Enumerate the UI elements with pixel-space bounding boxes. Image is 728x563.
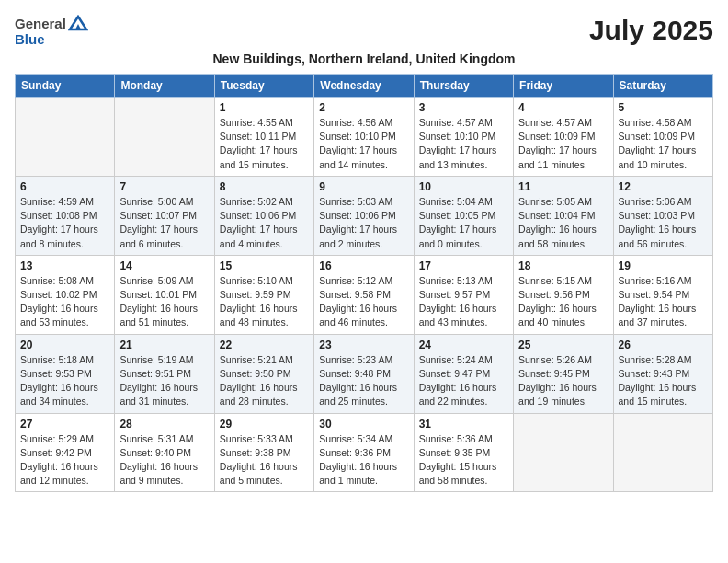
calendar-cell: 15Sunrise: 5:10 AM Sunset: 9:59 PM Dayli… [214,255,313,334]
col-header-saturday: Saturday [613,75,712,98]
calendar-cell: 3Sunrise: 4:57 AM Sunset: 10:10 PM Dayli… [414,98,513,177]
day-number: 12 [619,180,708,193]
day-detail: Sunrise: 5:02 AM Sunset: 10:06 PM Daylig… [220,195,309,251]
day-number: 9 [319,180,408,193]
calendar-cell: 30Sunrise: 5:34 AM Sunset: 9:36 PM Dayli… [314,413,414,492]
calendar-cell: 26Sunrise: 5:28 AM Sunset: 9:43 PM Dayli… [613,334,712,413]
day-detail: Sunrise: 5:04 AM Sunset: 10:05 PM Daylig… [419,195,508,251]
calendar-cell: 2Sunrise: 4:56 AM Sunset: 10:10 PM Dayli… [314,98,414,177]
logo: General Blue [15,15,88,48]
day-number: 22 [220,339,309,351]
day-number: 16 [319,259,408,272]
calendar-cell: 12Sunrise: 5:06 AM Sunset: 10:03 PM Dayl… [613,176,712,255]
day-number: 6 [20,180,109,193]
day-number: 10 [419,180,508,193]
day-detail: Sunrise: 5:10 AM Sunset: 9:59 PM Dayligh… [220,274,309,330]
day-detail: Sunrise: 5:29 AM Sunset: 9:42 PM Dayligh… [20,432,109,488]
calendar-cell: 23Sunrise: 5:23 AM Sunset: 9:48 PM Dayli… [314,334,414,413]
day-detail: Sunrise: 5:15 AM Sunset: 9:56 PM Dayligh… [518,274,608,330]
day-number: 27 [20,418,109,431]
day-detail: Sunrise: 5:06 AM Sunset: 10:03 PM Daylig… [619,195,708,251]
col-header-sunday: Sunday [16,75,115,98]
calendar-cell: 28Sunrise: 5:31 AM Sunset: 9:40 PM Dayli… [115,413,214,492]
day-number: 18 [518,259,608,272]
day-detail: Sunrise: 5:09 AM Sunset: 10:01 PM Daylig… [119,274,209,330]
day-number: 31 [419,418,508,431]
title-area: July 2025 [589,15,713,46]
day-number: 8 [220,180,309,193]
day-detail: Sunrise: 4:59 AM Sunset: 10:08 PM Daylig… [20,195,109,251]
calendar-cell: 7Sunrise: 5:00 AM Sunset: 10:07 PM Dayli… [115,176,214,255]
day-number: 28 [119,418,209,431]
calendar-cell: 27Sunrise: 5:29 AM Sunset: 9:42 PM Dayli… [16,413,115,492]
day-detail: Sunrise: 5:28 AM Sunset: 9:43 PM Dayligh… [619,353,708,409]
day-number: 21 [119,339,209,351]
calendar-cell: 31Sunrise: 5:36 AM Sunset: 9:35 PM Dayli… [414,413,513,492]
calendar-cell: 11Sunrise: 5:05 AM Sunset: 10:04 PM Dayl… [514,176,613,255]
col-header-wednesday: Wednesday [314,75,414,98]
day-detail: Sunrise: 5:19 AM Sunset: 9:51 PM Dayligh… [119,353,209,409]
calendar-cell [514,413,613,492]
calendar-cell: 20Sunrise: 5:18 AM Sunset: 9:53 PM Dayli… [16,334,115,413]
calendar-cell: 6Sunrise: 4:59 AM Sunset: 10:08 PM Dayli… [16,176,115,255]
calendar-cell: 29Sunrise: 5:33 AM Sunset: 9:38 PM Dayli… [214,413,313,492]
day-number: 2 [319,101,408,114]
day-detail: Sunrise: 4:58 AM Sunset: 10:09 PM Daylig… [619,116,708,172]
calendar-cell: 24Sunrise: 5:24 AM Sunset: 9:47 PM Dayli… [414,334,513,413]
day-detail: Sunrise: 5:18 AM Sunset: 9:53 PM Dayligh… [20,353,109,409]
calendar-cell: 25Sunrise: 5:26 AM Sunset: 9:45 PM Dayli… [514,334,613,413]
day-detail: Sunrise: 4:55 AM Sunset: 10:11 PM Daylig… [220,116,309,172]
day-number: 20 [20,339,109,351]
day-number: 5 [619,101,708,114]
calendar-cell: 10Sunrise: 5:04 AM Sunset: 10:05 PM Dayl… [414,176,513,255]
calendar-week-row: 13Sunrise: 5:08 AM Sunset: 10:02 PM Dayl… [16,255,713,334]
day-detail: Sunrise: 5:08 AM Sunset: 10:02 PM Daylig… [20,274,109,330]
col-header-friday: Friday [514,75,613,98]
logo-general: General [15,16,66,31]
col-header-monday: Monday [115,75,214,98]
logo-blue: Blue [15,31,45,47]
calendar-table: SundayMondayTuesdayWednesdayThursdayFrid… [15,74,713,492]
day-detail: Sunrise: 4:57 AM Sunset: 10:10 PM Daylig… [419,116,508,172]
day-number: 29 [220,418,309,431]
day-detail: Sunrise: 5:31 AM Sunset: 9:40 PM Dayligh… [119,432,209,488]
day-number: 26 [619,339,708,351]
calendar-cell: 13Sunrise: 5:08 AM Sunset: 10:02 PM Dayl… [16,255,115,334]
calendar-cell: 16Sunrise: 5:12 AM Sunset: 9:58 PM Dayli… [314,255,414,334]
calendar-week-row: 20Sunrise: 5:18 AM Sunset: 9:53 PM Dayli… [16,334,713,413]
location-title: New Buildings, Northern Ireland, United … [15,52,713,66]
calendar-cell: 9Sunrise: 5:03 AM Sunset: 10:06 PM Dayli… [314,176,414,255]
day-number: 7 [119,180,209,193]
calendar-cell [16,98,115,177]
day-detail: Sunrise: 5:33 AM Sunset: 9:38 PM Dayligh… [220,432,309,488]
day-detail: Sunrise: 5:21 AM Sunset: 9:50 PM Dayligh… [220,353,309,409]
day-number: 24 [419,339,508,351]
calendar-cell: 1Sunrise: 4:55 AM Sunset: 10:11 PM Dayli… [214,98,313,177]
calendar-header-row: SundayMondayTuesdayWednesdayThursdayFrid… [16,75,713,98]
day-detail: Sunrise: 5:36 AM Sunset: 9:35 PM Dayligh… [419,432,508,488]
day-detail: Sunrise: 4:57 AM Sunset: 10:09 PM Daylig… [518,116,608,172]
page-title: July 2025 [589,15,713,46]
calendar-cell: 22Sunrise: 5:21 AM Sunset: 9:50 PM Dayli… [214,334,313,413]
calendar-cell [115,98,214,177]
calendar-cell: 8Sunrise: 5:02 AM Sunset: 10:06 PM Dayli… [214,176,313,255]
day-detail: Sunrise: 5:00 AM Sunset: 10:07 PM Daylig… [119,195,209,251]
day-number: 13 [20,259,109,272]
day-detail: Sunrise: 5:13 AM Sunset: 9:57 PM Dayligh… [419,274,508,330]
calendar-cell [613,413,712,492]
day-number: 23 [319,339,408,351]
day-number: 3 [419,101,508,114]
calendar-cell: 5Sunrise: 4:58 AM Sunset: 10:09 PM Dayli… [613,98,712,177]
day-detail: Sunrise: 5:34 AM Sunset: 9:36 PM Dayligh… [319,432,408,488]
day-number: 11 [518,180,608,193]
calendar-cell: 21Sunrise: 5:19 AM Sunset: 9:51 PM Dayli… [115,334,214,413]
col-header-thursday: Thursday [414,75,513,98]
day-detail: Sunrise: 5:03 AM Sunset: 10:06 PM Daylig… [319,195,408,251]
calendar-cell: 18Sunrise: 5:15 AM Sunset: 9:56 PM Dayli… [514,255,613,334]
col-header-tuesday: Tuesday [214,75,313,98]
day-detail: Sunrise: 5:24 AM Sunset: 9:47 PM Dayligh… [419,353,508,409]
page-header: General Blue July 2025 [15,15,713,48]
day-number: 25 [518,339,608,351]
day-number: 30 [319,418,408,431]
calendar-cell: 4Sunrise: 4:57 AM Sunset: 10:09 PM Dayli… [514,98,613,177]
